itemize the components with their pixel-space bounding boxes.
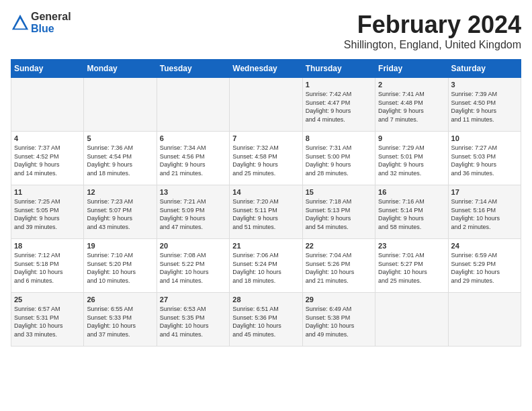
- week-row-4: 18Sunrise: 7:12 AM Sunset: 5:18 PM Dayli…: [11, 239, 521, 293]
- day-number: 22: [306, 242, 372, 250]
- day-info: Sunrise: 7:25 AM Sunset: 5:05 PM Dayligh…: [14, 197, 81, 231]
- day-cell: 7Sunrise: 7:32 AM Sunset: 4:58 PM Daylig…: [230, 132, 302, 185]
- day-info: Sunrise: 6:53 AM Sunset: 5:35 PM Dayligh…: [160, 305, 226, 338]
- day-number: 1: [306, 81, 372, 89]
- day-cell: 4Sunrise: 7:37 AM Sunset: 4:52 PM Daylig…: [11, 132, 84, 185]
- day-cell: 26Sunrise: 6:55 AM Sunset: 5:33 PM Dayli…: [84, 293, 157, 347]
- day-info: Sunrise: 6:59 AM Sunset: 5:29 PM Dayligh…: [451, 251, 518, 285]
- day-cell: 13Sunrise: 7:21 AM Sunset: 5:09 PM Dayli…: [157, 185, 229, 239]
- day-number: 12: [87, 188, 153, 196]
- day-info: Sunrise: 6:51 AM Sunset: 5:36 PM Dayligh…: [232, 305, 299, 338]
- day-cell: 6Sunrise: 7:34 AM Sunset: 4:56 PM Daylig…: [157, 132, 229, 185]
- day-cell: 19Sunrise: 7:10 AM Sunset: 5:20 PM Dayli…: [84, 239, 157, 293]
- day-number: 18: [14, 242, 81, 250]
- day-number: 3: [451, 81, 518, 89]
- day-info: Sunrise: 7:31 AM Sunset: 5:00 PM Dayligh…: [306, 144, 372, 177]
- day-cell: 23Sunrise: 7:01 AM Sunset: 5:27 PM Dayli…: [375, 239, 448, 293]
- day-info: Sunrise: 7:04 AM Sunset: 5:26 PM Dayligh…: [306, 251, 372, 285]
- day-number: 24: [451, 242, 518, 250]
- column-header-wednesday: Wednesday: [230, 60, 302, 78]
- day-number: 23: [378, 242, 445, 250]
- column-header-saturday: Saturday: [448, 60, 521, 78]
- day-info: Sunrise: 7:12 AM Sunset: 5:18 PM Dayligh…: [14, 251, 81, 285]
- logo-blue: Blue: [31, 23, 54, 34]
- day-cell: 15Sunrise: 7:18 AM Sunset: 5:13 PM Dayli…: [302, 185, 375, 239]
- day-cell: 17Sunrise: 7:14 AM Sunset: 5:16 PM Dayli…: [448, 185, 521, 239]
- day-number: 29: [306, 295, 372, 304]
- header-row: SundayMondayTuesdayWednesdayThursdayFrid…: [11, 60, 521, 78]
- header: February 2024 Shillington, England, Unit…: [344, 11, 521, 51]
- day-number: 20: [160, 242, 226, 250]
- logo: General Blue: [11, 11, 71, 35]
- day-cell: 9Sunrise: 7:29 AM Sunset: 5:01 PM Daylig…: [375, 132, 448, 185]
- day-number: 25: [14, 295, 81, 304]
- day-cell: 28Sunrise: 6:51 AM Sunset: 5:36 PM Dayli…: [230, 293, 302, 347]
- column-header-monday: Monday: [84, 60, 157, 78]
- day-info: Sunrise: 7:14 AM Sunset: 5:16 PM Dayligh…: [451, 197, 518, 231]
- day-cell: 1Sunrise: 7:42 AM Sunset: 4:47 PM Daylig…: [302, 78, 375, 132]
- day-cell: 24Sunrise: 6:59 AM Sunset: 5:29 PM Dayli…: [448, 239, 521, 293]
- day-number: 5: [87, 134, 153, 142]
- day-info: Sunrise: 6:55 AM Sunset: 5:33 PM Dayligh…: [87, 305, 153, 338]
- day-cell: [157, 78, 229, 132]
- page-subtitle: Shillington, England, United Kingdom: [344, 39, 521, 51]
- day-number: 15: [306, 188, 372, 196]
- day-number: 28: [232, 295, 299, 304]
- day-number: 19: [87, 242, 153, 250]
- day-number: 2: [378, 81, 445, 89]
- top-row: General Blue February 2024 Shillington, …: [11, 11, 521, 54]
- logo-general: General: [31, 11, 71, 22]
- day-info: Sunrise: 7:06 AM Sunset: 5:24 PM Dayligh…: [232, 251, 299, 285]
- week-row-3: 11Sunrise: 7:25 AM Sunset: 5:05 PM Dayli…: [11, 185, 521, 239]
- day-cell: [230, 78, 302, 132]
- column-header-sunday: Sunday: [11, 60, 84, 78]
- day-number: 13: [160, 188, 226, 196]
- day-cell: [375, 293, 448, 347]
- day-number: 16: [378, 188, 445, 196]
- day-info: Sunrise: 7:32 AM Sunset: 4:58 PM Dayligh…: [232, 144, 299, 177]
- day-cell: [448, 293, 521, 347]
- page-title: February 2024: [344, 11, 521, 39]
- day-info: Sunrise: 7:20 AM Sunset: 5:11 PM Dayligh…: [232, 197, 299, 231]
- day-cell: 29Sunrise: 6:49 AM Sunset: 5:38 PM Dayli…: [302, 293, 375, 347]
- day-number: 4: [14, 134, 81, 142]
- column-header-friday: Friday: [375, 60, 448, 78]
- day-number: 9: [378, 134, 445, 142]
- day-cell: 5Sunrise: 7:36 AM Sunset: 4:54 PM Daylig…: [84, 132, 157, 185]
- day-cell: 3Sunrise: 7:39 AM Sunset: 4:50 PM Daylig…: [448, 78, 521, 132]
- day-number: 8: [306, 134, 372, 142]
- day-cell: 11Sunrise: 7:25 AM Sunset: 5:05 PM Dayli…: [11, 185, 84, 239]
- day-info: Sunrise: 7:10 AM Sunset: 5:20 PM Dayligh…: [87, 251, 153, 285]
- day-number: 17: [451, 188, 518, 196]
- day-cell: [84, 78, 157, 132]
- column-header-thursday: Thursday: [302, 60, 375, 78]
- day-number: 26: [87, 295, 153, 304]
- day-number: 27: [160, 295, 226, 304]
- day-info: Sunrise: 7:37 AM Sunset: 4:52 PM Dayligh…: [14, 144, 81, 177]
- calendar-table: SundayMondayTuesdayWednesdayThursdayFrid…: [11, 59, 521, 347]
- day-info: Sunrise: 7:01 AM Sunset: 5:27 PM Dayligh…: [378, 251, 445, 285]
- day-info: Sunrise: 7:16 AM Sunset: 5:14 PM Dayligh…: [378, 197, 445, 231]
- day-number: 21: [232, 242, 299, 250]
- day-cell: 14Sunrise: 7:20 AM Sunset: 5:11 PM Dayli…: [230, 185, 302, 239]
- week-row-1: 1Sunrise: 7:42 AM Sunset: 4:47 PM Daylig…: [11, 78, 521, 132]
- day-info: Sunrise: 7:21 AM Sunset: 5:09 PM Dayligh…: [160, 197, 226, 231]
- day-number: 6: [160, 134, 226, 142]
- day-info: Sunrise: 7:23 AM Sunset: 5:07 PM Dayligh…: [87, 197, 153, 231]
- day-info: Sunrise: 7:18 AM Sunset: 5:13 PM Dayligh…: [306, 197, 372, 231]
- day-info: Sunrise: 7:34 AM Sunset: 4:56 PM Dayligh…: [160, 144, 226, 177]
- day-info: Sunrise: 7:08 AM Sunset: 5:22 PM Dayligh…: [160, 251, 226, 285]
- day-info: Sunrise: 6:57 AM Sunset: 5:31 PM Dayligh…: [14, 305, 81, 338]
- day-info: Sunrise: 7:41 AM Sunset: 4:48 PM Dayligh…: [378, 90, 445, 124]
- day-cell: 8Sunrise: 7:31 AM Sunset: 5:00 PM Daylig…: [302, 132, 375, 185]
- day-cell: [11, 78, 84, 132]
- day-number: 11: [14, 188, 81, 196]
- column-header-tuesday: Tuesday: [157, 60, 229, 78]
- day-info: Sunrise: 7:42 AM Sunset: 4:47 PM Dayligh…: [306, 90, 372, 124]
- day-cell: 18Sunrise: 7:12 AM Sunset: 5:18 PM Dayli…: [11, 239, 84, 293]
- day-info: Sunrise: 6:49 AM Sunset: 5:38 PM Dayligh…: [306, 305, 372, 338]
- day-cell: 21Sunrise: 7:06 AM Sunset: 5:24 PM Dayli…: [230, 239, 302, 293]
- day-number: 14: [232, 188, 299, 196]
- day-cell: 22Sunrise: 7:04 AM Sunset: 5:26 PM Dayli…: [302, 239, 375, 293]
- day-cell: 10Sunrise: 7:27 AM Sunset: 5:03 PM Dayli…: [448, 132, 521, 185]
